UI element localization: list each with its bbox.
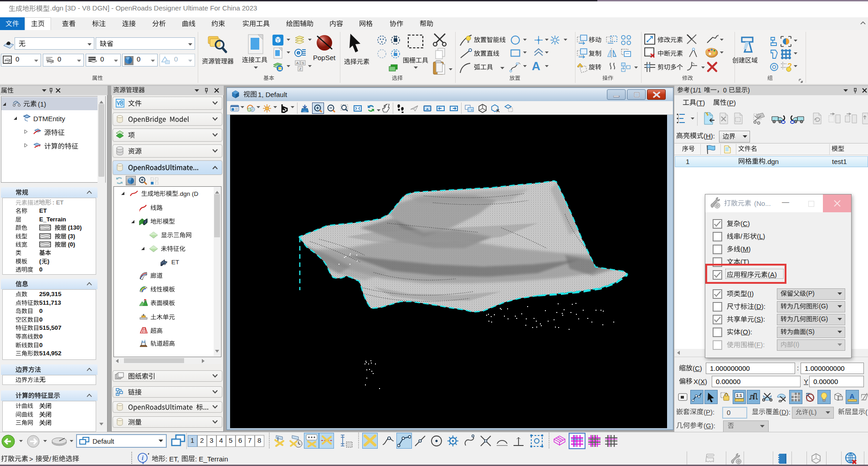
svg-text:S: S — [302, 61, 304, 65]
svg-text:Z: Z — [299, 67, 302, 71]
svg-text:i: i — [142, 455, 144, 461]
svg-text:1:1: 1:1 — [736, 393, 742, 398]
svg-text:A: A — [850, 392, 855, 400]
svg-text:A: A — [296, 61, 299, 65]
